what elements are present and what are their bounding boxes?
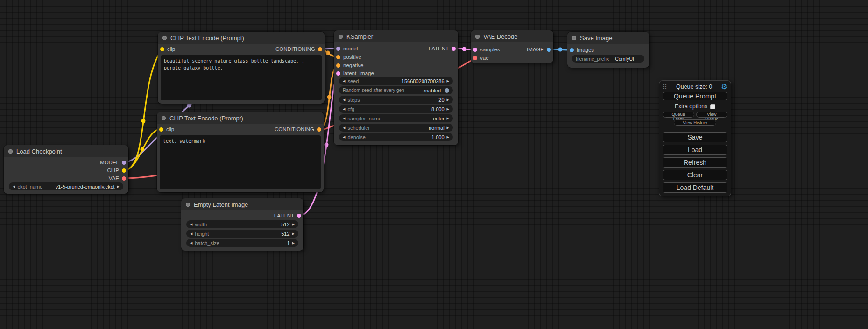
input-slot-negative[interactable]: negative bbox=[336, 62, 363, 69]
decrement-icon[interactable]: ◀ bbox=[343, 107, 345, 111]
slot-dot-conditioning[interactable] bbox=[317, 127, 321, 132]
slot-dot-clip[interactable] bbox=[159, 127, 163, 132]
decrement-icon[interactable]: ◀ bbox=[343, 98, 345, 101]
input-slot-vae[interactable]: vae bbox=[473, 54, 489, 62]
slot-dot-latent[interactable] bbox=[452, 47, 456, 51]
node-title-bar[interactable]: VAE Decode bbox=[471, 30, 553, 42]
slot-dot-model[interactable] bbox=[122, 161, 126, 165]
decrement-icon[interactable]: ◀ bbox=[13, 185, 15, 188]
input-slot-clip[interactable]: clip bbox=[160, 45, 175, 53]
decrement-icon[interactable]: ◀ bbox=[343, 135, 345, 139]
node-empty-latent-image[interactable]: Empty Latent Image LATENT ◀ width 512 ▶ … bbox=[181, 198, 303, 251]
widget-seed[interactable]: ◀ seed 156680208700286 ▶ bbox=[339, 77, 453, 85]
collapse-dot-icon[interactable] bbox=[475, 35, 480, 39]
node-title-bar[interactable]: CLIP Text Encode (Prompt) bbox=[157, 112, 324, 124]
slot-dot-conditioning[interactable] bbox=[336, 55, 340, 59]
widget-width[interactable]: ◀ width 512 ▶ bbox=[186, 220, 298, 228]
input-slot-clip[interactable]: clip bbox=[159, 126, 174, 133]
widget-cfg[interactable]: ◀ cfg 8.000 ▶ bbox=[339, 105, 453, 113]
output-slot-image[interactable]: IMAGE bbox=[527, 46, 551, 53]
widget-steps[interactable]: ◀ steps 20 ▶ bbox=[339, 96, 453, 104]
decrement-icon[interactable]: ◀ bbox=[190, 232, 192, 235]
input-slot-latent-image[interactable]: latent_image bbox=[336, 70, 374, 77]
load-default-button[interactable]: Load Default bbox=[663, 182, 727, 193]
input-slot-model[interactable]: model bbox=[336, 45, 358, 52]
slot-dot-latent[interactable] bbox=[336, 71, 340, 76]
collapse-dot-icon[interactable] bbox=[186, 203, 190, 207]
slot-dot-conditioning[interactable] bbox=[336, 63, 340, 68]
widget-random-seed-toggle[interactable]: Random seed after every gen enabled bbox=[339, 86, 453, 94]
view-history-button[interactable]: View History bbox=[674, 119, 717, 126]
prompt-textarea[interactable]: text, watermark bbox=[160, 135, 321, 189]
slot-dot-model[interactable] bbox=[336, 47, 340, 51]
increment-icon[interactable]: ▶ bbox=[292, 232, 295, 235]
slot-dot-image[interactable] bbox=[547, 48, 551, 52]
increment-icon[interactable]: ▶ bbox=[117, 185, 120, 188]
view-queue-button[interactable]: View Queue bbox=[696, 112, 728, 118]
output-slot-latent[interactable]: LATENT bbox=[274, 212, 301, 219]
node-vae-decode[interactable]: VAE Decode samples vae IMAGE bbox=[471, 30, 553, 63]
increment-icon[interactable]: ▶ bbox=[447, 126, 449, 129]
load-button[interactable]: Load bbox=[663, 145, 727, 155]
node-ksampler[interactable]: KSampler model positive negative latent_… bbox=[334, 30, 458, 145]
increment-icon[interactable]: ▶ bbox=[292, 241, 295, 245]
queue-prompt-button[interactable]: Queue Prompt bbox=[663, 92, 727, 100]
increment-icon[interactable]: ▶ bbox=[447, 117, 449, 120]
node-graph-canvas[interactable]: Load Checkpoint MODEL CLIP VAE ◀ ckpt_na… bbox=[0, 0, 868, 329]
widget-batch-size[interactable]: ◀ batch_size 1 ▶ bbox=[186, 239, 298, 247]
node-title-bar[interactable]: Save Image bbox=[567, 32, 649, 44]
increment-icon[interactable]: ▶ bbox=[447, 98, 449, 101]
widget-filename-prefix[interactable]: filename_prefix ComfyUI bbox=[572, 55, 644, 63]
node-load-checkpoint[interactable]: Load Checkpoint MODEL CLIP VAE ◀ ckpt_na… bbox=[4, 145, 128, 194]
increment-icon[interactable]: ▶ bbox=[447, 79, 449, 83]
decrement-icon[interactable]: ◀ bbox=[343, 117, 345, 120]
node-title-bar[interactable]: KSampler bbox=[334, 30, 458, 42]
collapse-dot-icon[interactable] bbox=[8, 149, 13, 154]
output-slot-model[interactable]: MODEL bbox=[100, 159, 126, 166]
drag-handle-icon[interactable]: ⠿ bbox=[663, 84, 667, 91]
input-slot-samples[interactable]: samples bbox=[473, 46, 500, 53]
widget-scheduler[interactable]: ◀ scheduler normal ▶ bbox=[339, 124, 453, 132]
slot-dot-latent[interactable] bbox=[297, 214, 301, 218]
slot-dot-latent[interactable] bbox=[473, 48, 477, 52]
toggle-dot[interactable] bbox=[445, 88, 449, 93]
increment-icon[interactable]: ▶ bbox=[292, 223, 295, 226]
node-title-bar[interactable]: Empty Latent Image bbox=[181, 198, 303, 210]
widget-ckpt-name[interactable]: ◀ ckpt_name v1-5-pruned-emaonly.ckpt ▶ bbox=[9, 182, 123, 190]
node-title-bar[interactable]: CLIP Text Encode (Prompt) bbox=[158, 32, 325, 44]
slot-dot-clip[interactable] bbox=[122, 168, 126, 173]
collapse-dot-icon[interactable] bbox=[572, 36, 576, 40]
slot-dot-vae[interactable] bbox=[122, 176, 126, 181]
save-button[interactable]: Save bbox=[663, 132, 727, 142]
slot-dot-vae[interactable] bbox=[473, 56, 477, 60]
collapse-dot-icon[interactable] bbox=[339, 35, 343, 39]
widget-height[interactable]: ◀ height 512 ▶ bbox=[186, 230, 298, 238]
node-clip-text-encode-negative[interactable]: CLIP Text Encode (Prompt) clip CONDITION… bbox=[157, 112, 324, 192]
output-slot-conditioning[interactable]: CONDITIONING bbox=[275, 45, 322, 53]
input-slot-images[interactable]: images bbox=[570, 46, 594, 54]
decrement-icon[interactable]: ◀ bbox=[190, 223, 192, 226]
extra-options-checkbox[interactable] bbox=[710, 104, 715, 109]
widget-sampler-name[interactable]: ◀ sampler_name euler ▶ bbox=[339, 114, 453, 122]
decrement-icon[interactable]: ◀ bbox=[343, 79, 345, 83]
output-slot-latent[interactable]: LATENT bbox=[429, 45, 456, 52]
node-title-bar[interactable]: Load Checkpoint bbox=[4, 145, 128, 157]
queue-front-button[interactable]: Queue Front bbox=[663, 112, 694, 118]
widget-denoise[interactable]: ◀ denoise 1.000 ▶ bbox=[339, 133, 453, 141]
prompt-textarea[interactable]: beautiful scenery nature glass bottle la… bbox=[161, 55, 322, 100]
output-slot-vae[interactable]: VAE bbox=[109, 175, 126, 182]
slot-dot-clip[interactable] bbox=[160, 47, 164, 51]
collapse-dot-icon[interactable] bbox=[162, 116, 166, 120]
output-slot-conditioning[interactable]: CONDITIONING bbox=[275, 126, 321, 133]
slot-dot-conditioning[interactable] bbox=[318, 47, 322, 51]
slot-dot-image[interactable] bbox=[570, 48, 574, 52]
refresh-button[interactable]: Refresh bbox=[663, 157, 727, 168]
decrement-icon[interactable]: ◀ bbox=[190, 241, 192, 245]
node-clip-text-encode-positive[interactable]: CLIP Text Encode (Prompt) clip CONDITION… bbox=[158, 32, 325, 104]
increment-icon[interactable]: ▶ bbox=[447, 107, 449, 111]
output-slot-clip[interactable]: CLIP bbox=[107, 167, 126, 174]
collapse-dot-icon[interactable] bbox=[162, 36, 167, 40]
input-slot-positive[interactable]: positive bbox=[336, 53, 361, 61]
settings-gear-icon[interactable]: ⚙ bbox=[721, 83, 727, 91]
decrement-icon[interactable]: ◀ bbox=[343, 126, 345, 129]
